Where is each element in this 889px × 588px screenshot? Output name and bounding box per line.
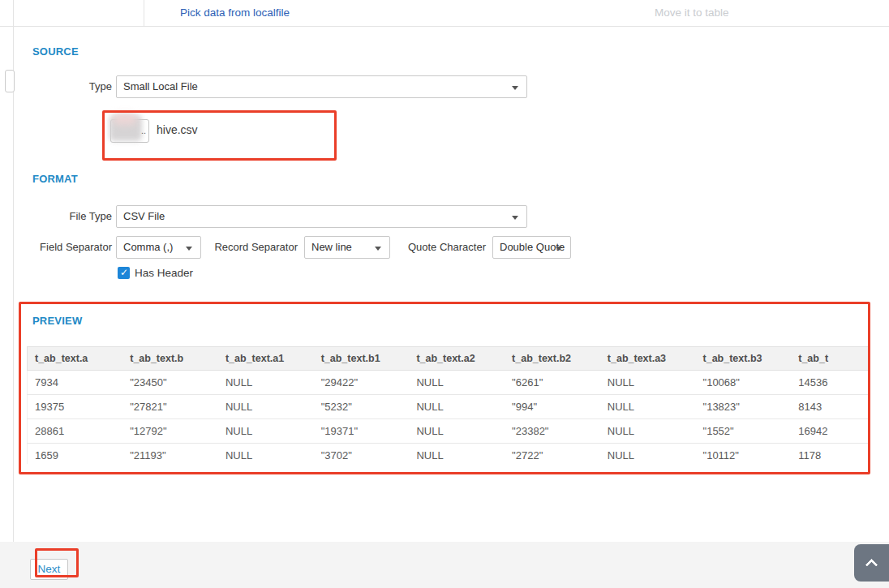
preview-cell: "10112" <box>696 444 792 465</box>
table-header-row: t_ab_text.at_ab_text.bt_ab_text.a1t_ab_t… <box>28 347 870 371</box>
preview-table-wrap: t_ab_text.at_ab_text.bt_ab_text.a1t_ab_t… <box>27 346 870 464</box>
file-picker-ellipsis: .. <box>141 126 146 135</box>
field-separator-select[interactable]: Comma (,) <box>116 236 201 259</box>
preview-cell: "21193" <box>122 444 218 465</box>
preview-cell: "29422" <box>314 371 410 395</box>
chevron-down-icon <box>556 247 562 251</box>
preview-cell: 16942 <box>791 419 870 444</box>
preview-column-header: t_ab_text.b1 <box>314 347 410 371</box>
footer-bar <box>0 542 889 588</box>
table-row: 7934"23450"NULL"29422"NULL"6261"NULL"100… <box>28 371 870 395</box>
preview-cell: "23382" <box>505 419 600 444</box>
has-header-label: Has Header <box>135 267 193 279</box>
chevron-down-icon <box>375 247 381 251</box>
format-section-title: FORMAT <box>32 173 78 185</box>
type-select-value: Small Local File <box>123 80 198 92</box>
header-divider <box>144 0 144 27</box>
preview-column-header: t_ab_text.a <box>28 347 123 371</box>
record-separator-label: Record Separator <box>203 236 298 259</box>
preview-cell: NULL <box>218 371 314 395</box>
preview-column-header: t_ab_text.b2 <box>505 347 600 371</box>
preview-cell: NULL <box>218 395 314 419</box>
next-button[interactable]: Next <box>30 559 68 580</box>
quote-character-label: Quote Character <box>389 236 486 259</box>
preview-column-header: t_ab_text.a3 <box>600 347 696 371</box>
step-header: Pick data from localfile Move it to tabl… <box>0 0 889 27</box>
preview-table: t_ab_text.at_ab_text.bt_ab_text.a1t_ab_t… <box>27 346 870 464</box>
preview-cell: NULL <box>409 371 505 395</box>
left-panel-toggle-handle[interactable] <box>5 70 15 92</box>
preview-cell: NULL <box>409 395 505 419</box>
preview-cell: NULL <box>600 395 696 419</box>
preview-cell: NULL <box>218 419 314 444</box>
chevron-down-icon <box>512 86 518 90</box>
importer-page: Pick data from localfile Move it to tabl… <box>0 0 889 588</box>
preview-column-header: t_ab_t <box>791 347 870 371</box>
selected-file-name: hive.csv <box>157 123 198 136</box>
preview-column-header: t_ab_text.b <box>122 347 218 371</box>
file-picker-button[interactable]: .. <box>110 119 149 143</box>
preview-cell: NULL <box>409 444 505 465</box>
preview-cell: NULL <box>409 419 505 444</box>
preview-cell: NULL <box>218 444 314 465</box>
preview-cell: "3702" <box>314 444 410 465</box>
preview-cell: 1659 <box>28 444 123 465</box>
preview-section-title: PREVIEW <box>32 315 82 327</box>
field-separator-label: Field Separator <box>16 236 112 259</box>
preview-cell: 19375 <box>28 395 123 419</box>
quote-character-select[interactable]: Double Quote <box>492 236 571 259</box>
redaction-blur <box>113 114 137 125</box>
chevron-down-icon <box>186 247 192 251</box>
checkmark-icon: ✓ <box>120 267 128 279</box>
preview-column-header: t_ab_text.a1 <box>218 347 314 371</box>
preview-cell: "1552" <box>696 419 792 444</box>
table-row: 28861"12792"NULL"19371"NULL"23382"NULL"1… <box>28 419 870 444</box>
has-header-checkbox[interactable]: ✓ <box>118 267 130 279</box>
preview-cell: "13823" <box>696 395 792 419</box>
preview-cell: 1178 <box>791 444 870 465</box>
file-type-select[interactable]: CSV File <box>116 205 527 228</box>
type-select[interactable]: Small Local File <box>116 75 527 98</box>
preview-cell: "994" <box>505 395 600 419</box>
preview-cell: 8143 <box>791 395 870 419</box>
preview-cell: NULL <box>600 419 696 444</box>
type-label: Type <box>16 75 112 98</box>
preview-column-header: t_ab_text.a2 <box>409 347 505 371</box>
record-separator-value: New line <box>311 241 352 253</box>
file-type-label: File Type <box>16 205 112 228</box>
preview-cell: "6261" <box>505 371 600 395</box>
preview-cell: NULL <box>600 371 696 395</box>
step-move-to-table: Move it to table <box>655 6 729 19</box>
preview-cell: 7934 <box>28 371 123 395</box>
preview-cell: 28861 <box>28 419 123 444</box>
chevron-up-icon <box>865 559 878 572</box>
preview-cell: "19371" <box>314 419 410 444</box>
preview-column-header: t_ab_text.b3 <box>696 347 792 371</box>
preview-cell: NULL <box>600 444 696 465</box>
preview-cell: "2722" <box>505 444 600 465</box>
source-section-title: SOURCE <box>32 45 79 58</box>
table-row: 19375"27821"NULL"5232"NULL"994"NULL"1382… <box>28 395 870 419</box>
field-separator-value: Comma (,) <box>123 241 173 253</box>
table-row: 1659"21193"NULL"3702"NULL"2722"NULL"1011… <box>28 444 870 465</box>
step-pick-data[interactable]: Pick data from localfile <box>180 6 290 19</box>
preview-cell: "10068" <box>696 371 792 395</box>
preview-cell: "23450" <box>122 371 218 395</box>
chevron-down-icon <box>512 216 518 220</box>
scroll-to-top-button[interactable] <box>854 544 889 582</box>
record-separator-select[interactable]: New line <box>304 236 390 259</box>
preview-cell: "12792" <box>122 419 218 444</box>
preview-cell: "5232" <box>314 395 410 419</box>
preview-cell: 14536 <box>791 371 870 395</box>
file-type-select-value: CSV File <box>123 210 165 222</box>
preview-cell: "27821" <box>122 395 218 419</box>
